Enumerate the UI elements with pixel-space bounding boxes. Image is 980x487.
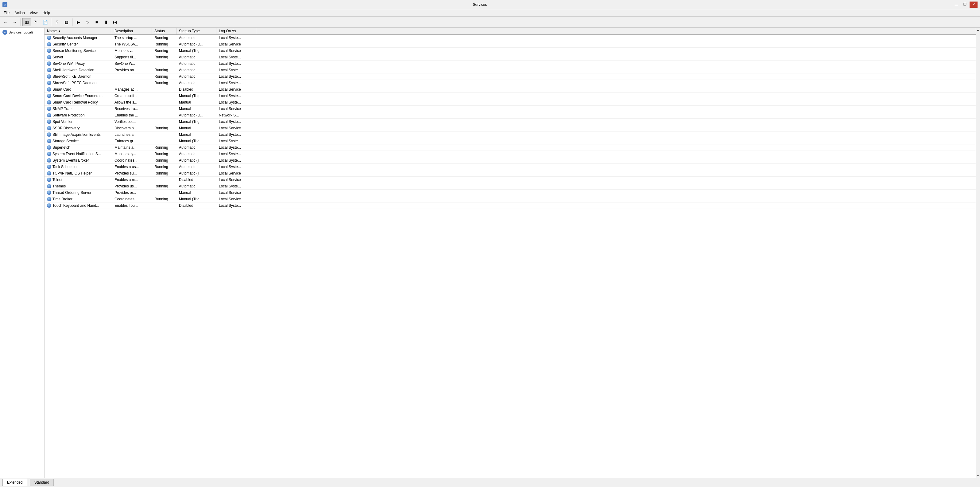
cell-status: Running: [152, 170, 177, 176]
right-scrollbar[interactable]: ▲ ▼: [976, 28, 980, 478]
service-icon: [47, 126, 51, 130]
cell-description: SevOne W...: [112, 61, 152, 67]
cell-name: Server: [45, 54, 112, 60]
cell-name: Telnet: [45, 177, 112, 183]
table-row[interactable]: Still Image Acquisition EventsLaunches a…: [45, 131, 976, 138]
cell-startup: Manual (Trig...: [177, 118, 216, 125]
table-row[interactable]: Sensor Monitoring ServiceMonitors va...R…: [45, 48, 976, 54]
table-row[interactable]: Time BrokerCoordinates...RunningManual (…: [45, 196, 976, 203]
table-row[interactable]: Storage ServiceEnforces gr...Manual (Tri…: [45, 138, 976, 144]
tab-standard[interactable]: Standard: [30, 479, 54, 486]
play2-button[interactable]: ▷: [83, 18, 92, 26]
cell-name: ShrewSoft IKE Daemon: [45, 73, 112, 80]
table-row[interactable]: TCP/IP NetBIOS HelperProvides su...Runni…: [45, 170, 976, 177]
col-header-status[interactable]: Status: [152, 28, 177, 34]
cell-startup: Automatic: [177, 73, 216, 80]
close-button[interactable]: ✕: [970, 2, 978, 8]
table-row[interactable]: Task SchedulerEnables a us...RunningAuto…: [45, 164, 976, 170]
service-name: Themes: [52, 184, 66, 188]
menu-help[interactable]: Help: [40, 10, 53, 16]
table-row[interactable]: Smart Card Removal PolicyAllows the s...…: [45, 99, 976, 106]
service-icon: [47, 120, 51, 124]
col-header-logon[interactable]: Log On As: [216, 28, 256, 34]
table-row[interactable]: SNMP TrapReceives tra...ManualLocal Serv…: [45, 106, 976, 112]
cell-status: Running: [152, 80, 177, 86]
menu-view[interactable]: View: [27, 10, 40, 16]
table-row[interactable]: ServerSupports fil...RunningAutomaticLoc…: [45, 54, 976, 61]
table-row[interactable]: Shell Hardware DetectionProvides no...Ru…: [45, 67, 976, 73]
refresh-button[interactable]: ↻: [32, 18, 40, 26]
resume-button[interactable]: ⏭: [111, 18, 119, 26]
pause-button[interactable]: ⏸: [102, 18, 110, 26]
cell-startup: Disabled: [177, 86, 216, 93]
menu-file[interactable]: File: [1, 10, 12, 16]
table-row[interactable]: Security CenterThe WSCSV...RunningAutoma…: [45, 41, 976, 48]
table-row[interactable]: Touch Keyboard and Hand...Enables Tou...…: [45, 203, 976, 209]
service-name: Security Center: [52, 42, 78, 46]
cell-logon: Local Syste...: [216, 54, 256, 60]
menu-action[interactable]: Action: [12, 10, 27, 16]
table-row[interactable]: SSDP DiscoveryDiscovers n...RunningManua…: [45, 125, 976, 131]
sidebar-item-services-local[interactable]: ⚙ Services (Local): [1, 29, 43, 36]
table-row[interactable]: System Events BrokerCoordinates...Runnin…: [45, 157, 976, 164]
col-header-description[interactable]: Description: [112, 28, 152, 34]
cell-startup: Automatic: [177, 67, 216, 73]
cell-name: Superfetch: [45, 144, 112, 150]
cell-name: Sensor Monitoring Service: [45, 48, 112, 54]
table-row[interactable]: TelnetEnables a re...DisabledLocal Servi…: [45, 177, 976, 183]
forward-icon: →: [13, 20, 17, 25]
cell-description: Provides no...: [112, 67, 152, 73]
cell-logon: Local Syste...: [216, 67, 256, 73]
menu-bar: File Action View Help: [0, 9, 980, 17]
export-button[interactable]: 📄: [41, 18, 49, 26]
col-header-name[interactable]: Name ▲: [45, 28, 112, 34]
table-row[interactable]: Spot VerifierVerifies pot...Manual (Trig…: [45, 118, 976, 125]
table-row[interactable]: ShrewSoft IPSEC DaemonRunningAutomaticLo…: [45, 80, 976, 86]
table-row[interactable]: Security Accounts ManagerThe startup ...…: [45, 35, 976, 41]
cell-name: Thread Ordering Server: [45, 190, 112, 196]
cell-startup: Automatic (T...: [177, 170, 216, 176]
cell-logon: Local Service: [216, 196, 256, 202]
cell-startup: Manual (Trig...: [177, 48, 216, 54]
cell-description: Monitors sy...: [112, 151, 152, 157]
cell-name: ShrewSoft IPSEC Daemon: [45, 80, 112, 86]
tab-extended[interactable]: Extended: [2, 479, 27, 486]
cell-description: Coordinates...: [112, 157, 152, 163]
service-name: Superfetch: [52, 145, 70, 150]
back-button[interactable]: ←: [1, 18, 10, 26]
service-icon: [47, 94, 51, 98]
play-button[interactable]: ▶: [74, 18, 83, 26]
service-name: Storage Service: [52, 139, 79, 143]
service-icon: [47, 74, 51, 79]
table-row[interactable]: Smart Card Device Enumera...Creates soft…: [45, 93, 976, 99]
cell-description: Enables a re...: [112, 177, 152, 183]
table-row[interactable]: System Event Notification S...Monitors s…: [45, 151, 976, 157]
table-row[interactable]: SevOne WMI ProxySevOne W...AutomaticLoca…: [45, 61, 976, 67]
list-view-button[interactable]: ▦: [22, 18, 31, 26]
cell-status: [152, 131, 177, 138]
table-row[interactable]: ThemesProvides us...RunningAutomaticLoca…: [45, 183, 976, 190]
service-icon: [47, 133, 51, 137]
service-name: Task Scheduler: [52, 165, 78, 169]
table-row[interactable]: Thread Ordering ServerProvides or...Manu…: [45, 190, 976, 196]
service-name: TCP/IP NetBIOS Helper: [52, 171, 92, 176]
scroll-down-arrow[interactable]: ▼: [976, 473, 980, 478]
cell-status: Running: [152, 41, 177, 47]
scroll-up-arrow[interactable]: ▲: [976, 28, 980, 32]
cell-name: System Events Broker: [45, 157, 112, 163]
help-button[interactable]: ?: [53, 18, 61, 26]
table-row[interactable]: Software ProtectionEnables the ...Automa…: [45, 112, 976, 118]
table-row[interactable]: SuperfetchMaintains a...RunningAutomatic…: [45, 144, 976, 151]
col-header-startup[interactable]: Startup Type: [177, 28, 216, 34]
minimize-button[interactable]: —: [952, 2, 960, 8]
restore-button[interactable]: ❐: [961, 2, 969, 8]
table-row[interactable]: Smart CardManages ac...DisabledLocal Ser…: [45, 86, 976, 93]
table-row[interactable]: ShrewSoft IKE DaemonRunningAutomaticLoca…: [45, 73, 976, 80]
cell-logon: Local Syste...: [216, 144, 256, 150]
cell-description: Receives tra...: [112, 106, 152, 112]
forward-button[interactable]: →: [10, 18, 19, 26]
properties-button[interactable]: ▦: [62, 18, 71, 26]
stop-button[interactable]: ■: [92, 18, 101, 26]
cell-logon: Local Syste...: [216, 203, 256, 209]
cell-name: Smart Card Device Enumera...: [45, 93, 112, 99]
